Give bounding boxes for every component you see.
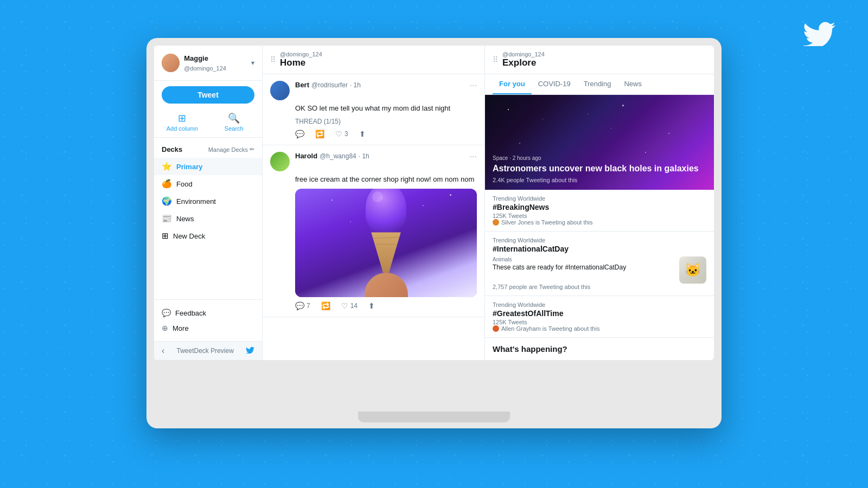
trending-label-2: Trending Worldwide (493, 237, 706, 243)
more-icon: ⊕ (162, 324, 168, 332)
back-button[interactable]: ‹ (162, 346, 164, 356)
tweet-item-bert: Bert @rodrisurfer · 1h ··· OK SO let me … (263, 74, 484, 145)
add-column-icon: ⊞ (178, 112, 186, 124)
twitter-small-icon (246, 346, 254, 356)
avatar-harold (270, 152, 290, 171)
tweet-header-harold: Harold @h_wang84 · 1h (295, 152, 464, 160)
deck-icon-environment: 🌍 (162, 196, 172, 206)
explore-drag-handle[interactable]: ⠿ (493, 55, 498, 64)
deck-name-primary: Primary (176, 163, 202, 171)
share-icon: ⬆ (359, 130, 366, 138)
deck-name-news: News (176, 215, 194, 223)
trending-by-text-1: Silver Jones is Tweeting about this (501, 219, 593, 226)
feedback-item[interactable]: 💬 Feedback (162, 305, 254, 320)
drag-handle[interactable]: ⠿ (270, 55, 276, 64)
deck-name-food: Food (176, 180, 193, 188)
tweet-button[interactable]: Tweet (162, 86, 254, 104)
reply-action-bert[interactable]: 💬 (295, 130, 304, 138)
deck-item-new[interactable]: ⊞ New Deck (154, 227, 262, 245)
user-name: Maggie (184, 54, 208, 62)
avatar-bert (270, 81, 290, 100)
deck-item-environment[interactable]: 🌍 Environment (154, 192, 262, 210)
like-count-bert: 3 (344, 130, 348, 138)
home-column-header: ⠿ @domingo_124 Home (263, 46, 484, 74)
reply-count-harold: 7 (307, 302, 310, 310)
retweet-action-harold[interactable]: 🔁 (321, 301, 330, 310)
trending-count-2: 2,757 people are Tweeting about this (493, 284, 706, 290)
trending-count-1: 125K Tweets (493, 213, 706, 219)
trending-by-3: Allen Grayham is Tweeting about this (493, 325, 706, 332)
trending-tag-3: #GreatestOfAllTime (493, 309, 706, 318)
deck-icon-food: 🍊 (162, 179, 172, 189)
manage-decks-link[interactable]: Manage Decks ✏ (208, 146, 254, 153)
share-icon-harold: ⬆ (368, 301, 375, 310)
retweet-action-bert[interactable]: 🔁 (315, 130, 324, 138)
trending-by-text-3: Allen Grayham is Tweeting about this (501, 325, 599, 332)
cat-card-text: Animals These cats are ready for #Intern… (493, 256, 674, 284)
twitter-logo-bg (803, 16, 835, 54)
user-header: Maggie @domingo_124 ▾ (154, 46, 262, 81)
trending-count-3: 125K Tweets (493, 319, 706, 325)
deck-item-food[interactable]: 🍊 Food (154, 175, 262, 192)
person-dot-1 (493, 219, 499, 226)
explore-column-username: @domingo_124 (502, 51, 545, 57)
heart-icon: ♡ (335, 130, 342, 138)
share-action-bert[interactable]: ⬆ (359, 130, 366, 138)
explore-column: ⠿ @domingo_124 Explore For you COVID-19 (485, 46, 714, 360)
laptop-base (358, 412, 510, 422)
home-column-title: Home (280, 57, 322, 68)
trending-tag-2: #InternationalCatDay (493, 245, 706, 253)
like-action-bert[interactable]: ♡ 3 (335, 130, 348, 138)
avatar (162, 54, 180, 72)
share-action-harold[interactable]: ⬆ (368, 301, 375, 310)
explore-column-header: ⠿ @domingo_124 Explore (485, 46, 714, 74)
hero-category: Space · 2 hours ago (493, 155, 699, 161)
tweetdeck-bar: ‹ TweetDeck Preview (154, 341, 262, 360)
feedback-icon: 💬 (162, 309, 171, 317)
reply-icon-harold: 💬 (295, 301, 304, 310)
tab-news[interactable]: News (617, 74, 648, 94)
trending-by-1: Silver Jones is Tweeting about this (493, 219, 706, 226)
tab-for-you[interactable]: For you (493, 74, 532, 94)
tweet-actions-harold: 💬 7 🔁 ♡ 14 ⬆ (295, 301, 477, 310)
tab-covid[interactable]: COVID-19 (532, 74, 577, 94)
trending-goat[interactable]: Trending Worldwide #GreatestOfAllTime 12… (485, 296, 714, 338)
user-handle: @domingo_124 (184, 65, 226, 72)
deck-icon-news: 📰 (162, 214, 172, 223)
laptop-bottom (154, 360, 714, 428)
tweet-time-harold: · 1h (359, 152, 369, 160)
whats-happening: What's happening? (485, 338, 714, 360)
trending-breaking-news[interactable]: Trending Worldwide #BreakingNews 125K Tw… (485, 190, 714, 232)
like-count-harold: 14 (350, 302, 358, 310)
tweet-name-harold: Harold (295, 152, 317, 160)
hero-count: 2.4K people Tweeting about this (493, 177, 699, 183)
laptop: Maggie @domingo_124 ▾ Tweet ⊞ Add column… (146, 38, 722, 428)
trending-label-3: Trending Worldwide (493, 301, 706, 308)
tab-trending[interactable]: Trending (577, 74, 618, 94)
tweet-more-bert[interactable]: ··· (470, 81, 477, 91)
user-info: Maggie @domingo_124 (162, 53, 251, 73)
tweet-image-harold (295, 189, 477, 297)
deck-item-primary[interactable]: ⭐ Primary (154, 158, 262, 175)
decks-header: Decks Manage Decks ✏ (154, 143, 262, 158)
tweet-more-harold[interactable]: ··· (470, 152, 477, 162)
like-action-harold[interactable]: ♡ 14 (341, 301, 358, 310)
search-action[interactable]: 🔍 Search (214, 112, 255, 132)
tweet-top-harold: Harold @h_wang84 · 1h ··· (270, 152, 477, 171)
deck-icon-new: ⊞ (162, 231, 169, 241)
chevron-down-icon[interactable]: ▾ (251, 59, 254, 67)
add-column-action[interactable]: ⊞ Add column (162, 112, 203, 132)
more-item[interactable]: ⊕ More (162, 320, 254, 336)
search-label: Search (225, 125, 244, 132)
reply-action-harold[interactable]: 💬 7 (295, 301, 310, 310)
user-text: Maggie @domingo_124 (184, 53, 251, 73)
cat-thumbnail: 🐱 (679, 256, 706, 284)
explore-hero: Space · 2 hours ago Astronomers uncover … (485, 95, 714, 190)
tweet-content-harold: free ice cream at the corner shop right … (295, 175, 477, 184)
tweet-item-harold: Harold @h_wang84 · 1h ··· free ice cream… (263, 145, 484, 317)
edit-icon: ✏ (250, 146, 254, 153)
trending-cat-day[interactable]: Trending Worldwide #InternationalCatDay … (485, 232, 714, 296)
deck-item-news[interactable]: 📰 News (154, 210, 262, 227)
retweet-icon: 🔁 (315, 130, 324, 138)
deck-icon-primary: ⭐ (162, 162, 172, 171)
